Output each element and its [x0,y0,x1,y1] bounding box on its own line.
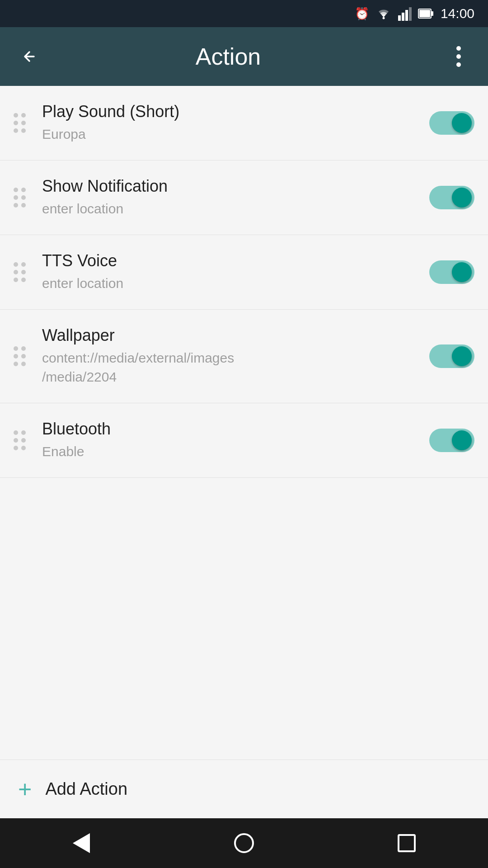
toggle-show-notification[interactable] [429,186,474,209]
drag-dot [21,446,26,450]
toggle-tts-voice[interactable] [429,260,474,284]
drag-handle-wallpaper[interactable] [14,346,26,366]
wifi-icon [375,7,392,20]
drag-dot [21,278,26,282]
svg-rect-6 [431,11,433,16]
action-subtitle-tts-voice: enter location [42,274,429,293]
page-title: Action [45,43,411,70]
svg-point-0 [382,17,385,19]
action-text-play-sound: Play Sound (Short) Europa [42,102,429,144]
drag-dot [14,195,18,200]
status-icons: ⏰ 14:00 [355,6,474,21]
drag-dot [21,362,26,366]
drag-dot [14,270,18,274]
svg-rect-2 [402,13,404,21]
action-subtitle-bluetooth: Enable [42,442,429,461]
drag-dot [21,188,26,192]
action-list: Play Sound (Short) Europa [0,86,488,478]
action-subtitle-wallpaper: content://media/external/images/media/22… [42,349,429,387]
drag-dot [14,128,18,133]
drag-dot [21,113,26,118]
svg-rect-1 [398,15,401,21]
drag-dot [21,195,26,200]
nav-back-button[interactable] [59,821,104,866]
drag-handle-show-notification[interactable] [14,188,26,208]
drag-dot [14,262,18,267]
drag-dot [21,346,26,351]
drag-dot [14,362,18,366]
svg-point-8 [456,46,461,51]
action-text-tts-voice: TTS Voice enter location [42,251,429,293]
action-title-wallpaper: Wallpaper [42,326,429,345]
recents-square-icon [398,834,416,852]
action-item-show-notification: Show Notification enter location [0,160,488,235]
battery-icon [418,7,434,20]
drag-dot [21,354,26,359]
action-subtitle-show-notification: enter location [42,199,429,218]
drag-dot [14,121,18,125]
toolbar: Action [0,27,488,86]
drag-dot [14,430,18,435]
drag-dot [21,438,26,443]
home-circle-icon [234,833,254,853]
action-item-tts-voice: TTS Voice enter location [0,235,488,310]
nav-home-button[interactable] [221,821,267,866]
status-bar: ⏰ 14:00 [0,0,488,27]
add-action-label: Add Action [45,779,127,799]
drag-dot [21,121,26,125]
drag-dot [21,203,26,208]
svg-rect-7 [419,10,430,17]
toggle-wallpaper[interactable] [429,344,474,368]
toggle-thumb [452,262,472,282]
action-text-show-notification: Show Notification enter location [42,177,429,218]
drag-dot [21,270,26,274]
drag-dot [21,262,26,267]
action-item-wallpaper: Wallpaper content://media/external/image… [0,310,488,403]
more-options-button[interactable] [443,45,474,68]
content-area: Play Sound (Short) Europa [0,86,488,818]
nav-bar [0,818,488,868]
add-action-button[interactable]: + Add Action [0,760,488,818]
back-button[interactable] [14,47,45,66]
toggle-thumb [452,188,472,208]
drag-dot [14,346,18,351]
action-text-bluetooth: Bluetooth Enable [42,420,429,461]
svg-point-10 [456,62,461,67]
action-item-bluetooth: Bluetooth Enable [0,403,488,478]
action-title-show-notification: Show Notification [42,177,429,196]
drag-dot [14,113,18,118]
drag-dot [14,278,18,282]
action-title-play-sound: Play Sound (Short) [42,102,429,121]
action-item-play-sound: Play Sound (Short) Europa [0,86,488,160]
drag-handle-tts-voice[interactable] [14,262,26,282]
toggle-thumb [452,346,472,366]
drag-dot [21,430,26,435]
action-title-tts-voice: TTS Voice [42,251,429,270]
drag-dot [14,354,18,359]
drag-dot [14,203,18,208]
drag-dot [21,128,26,133]
action-text-wallpaper: Wallpaper content://media/external/image… [42,326,429,387]
add-icon: + [18,776,32,803]
action-title-bluetooth: Bluetooth [42,420,429,439]
toggle-thumb [452,430,472,450]
toggle-play-sound[interactable] [429,111,474,135]
drag-dot [14,446,18,450]
toggle-thumb [452,113,472,133]
drag-handle-bluetooth[interactable] [14,430,26,450]
back-triangle-icon [73,833,90,853]
drag-handle-play-sound[interactable] [14,113,26,133]
action-subtitle-play-sound: Europa [42,125,429,144]
drag-dot [14,438,18,443]
signal-icon [398,6,412,21]
svg-rect-3 [405,10,408,21]
drag-dot [14,188,18,192]
toggle-bluetooth[interactable] [429,429,474,452]
svg-point-9 [456,54,461,59]
clock-icon: ⏰ [355,7,369,21]
svg-rect-4 [409,7,412,21]
status-time: 14:00 [441,6,474,21]
nav-recents-button[interactable] [384,821,429,866]
spacer [0,478,488,760]
